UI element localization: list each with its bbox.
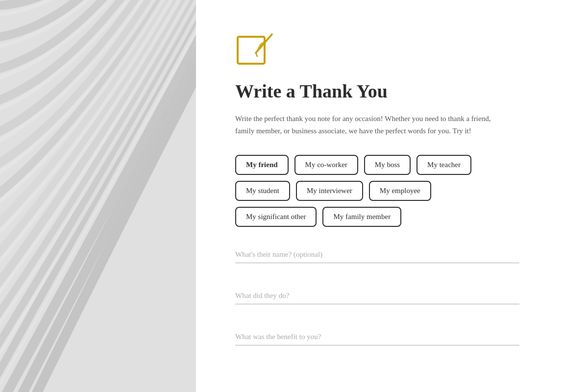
what-they-did-input[interactable] xyxy=(235,288,519,304)
svg-line-3 xyxy=(256,53,257,56)
decorative-left-panel xyxy=(0,0,196,392)
button-row-2: My student My interviewer My employee xyxy=(235,181,559,201)
recipient-btn-boss[interactable]: My boss xyxy=(364,155,411,175)
main-content-panel: Write a Thank You Write the perfect than… xyxy=(196,0,588,392)
page-title: Write a Thank You xyxy=(235,80,559,103)
recipient-btn-family-member[interactable]: My family member xyxy=(322,207,401,227)
benefit-input[interactable] xyxy=(235,329,519,345)
recipient-button-group: My friend My co-worker My boss My teache… xyxy=(235,155,559,227)
recipient-btn-employee[interactable]: My employee xyxy=(369,181,431,201)
recipient-btn-significant-other[interactable]: My significant other xyxy=(235,207,317,227)
button-row-1: My friend My co-worker My boss My teache… xyxy=(235,155,559,175)
wave-background xyxy=(0,0,196,392)
name-field-section xyxy=(235,246,559,273)
name-input[interactable] xyxy=(235,246,519,263)
button-row-3: My significant other My family member xyxy=(235,207,559,227)
svg-rect-1 xyxy=(238,37,265,64)
recipient-btn-coworker[interactable]: My co-worker xyxy=(294,155,358,175)
recipient-btn-friend[interactable]: My friend xyxy=(235,155,289,175)
what-they-did-section xyxy=(235,288,559,314)
page-description: Write the perfect thank you note for any… xyxy=(235,113,510,138)
recipient-btn-student[interactable]: My student xyxy=(235,181,290,201)
recipient-btn-interviewer[interactable]: My interviewer xyxy=(296,181,363,201)
recipient-btn-teacher[interactable]: My teacher xyxy=(416,155,471,175)
benefit-section xyxy=(235,329,559,355)
app-logo-icon xyxy=(235,29,559,80)
